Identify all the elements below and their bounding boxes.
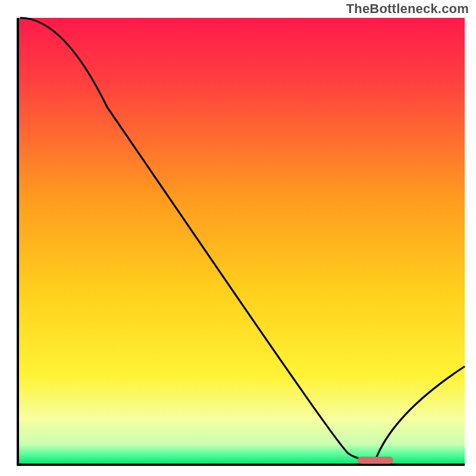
chart-svg	[0, 0, 476, 476]
watermark-text: TheBottleneck.com	[346, 1, 469, 17]
chart-stage: TheBottleneck.com	[0, 0, 476, 476]
sweet-spot-marker	[358, 456, 393, 464]
plot-background	[18, 18, 465, 465]
